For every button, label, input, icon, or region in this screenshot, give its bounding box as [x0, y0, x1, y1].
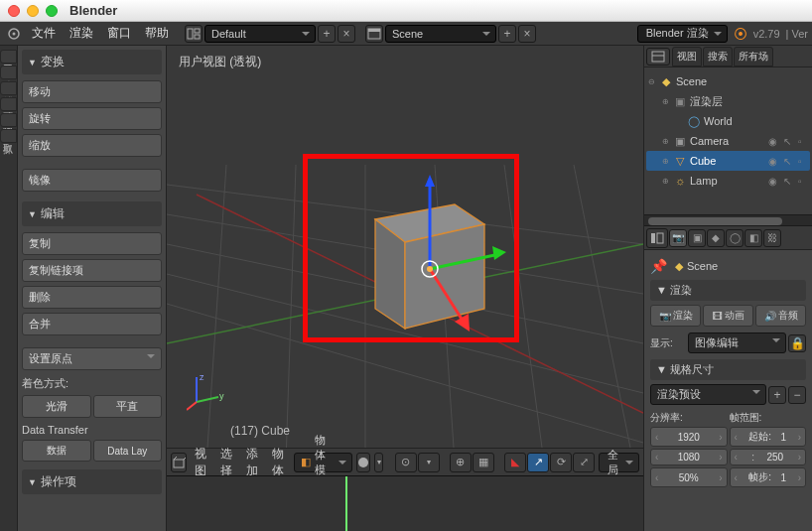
chevron-right-icon[interactable]: ›	[717, 432, 724, 443]
layout-icon[interactable]	[185, 25, 203, 43]
mirror-button[interactable]: 镜像	[22, 169, 162, 192]
shading-dropdown-icon[interactable]: ▾	[374, 453, 383, 472]
panel-edit[interactable]: ▼编辑	[22, 201, 162, 226]
cursor-icon[interactable]: ↖	[783, 176, 795, 187]
duplicate-linked-button[interactable]: 复制链接项	[22, 259, 162, 282]
plus-icon[interactable]: ⊕	[660, 177, 670, 186]
tooltab-relations[interactable]: 关系	[0, 81, 17, 95]
scene-icon[interactable]	[365, 25, 383, 43]
res-pct-field[interactable]: ‹50%›	[650, 467, 728, 487]
plus-icon[interactable]: ⊕	[660, 97, 670, 106]
cursor-icon[interactable]: ↖	[783, 136, 795, 147]
display-dropdown[interactable]: 图像编辑	[688, 332, 786, 353]
tree-camera-row[interactable]: ⊕ ▣ Camera ◉↖▫	[646, 131, 810, 151]
rotate-button[interactable]: 旋转	[22, 107, 162, 130]
mode-dropdown[interactable]: ◧ 物体模式	[294, 453, 353, 472]
delete-layout-button[interactable]: ×	[338, 25, 355, 43]
chevron-left-icon[interactable]: ‹	[653, 432, 660, 443]
orientation-dropdown[interactable]: 全局	[599, 453, 639, 472]
outliner-all-tab[interactable]: 所有场	[734, 47, 773, 66]
ptab-render-icon[interactable]: 📷	[669, 229, 687, 247]
manipulator-rotate-icon[interactable]: ⟳	[550, 453, 572, 472]
outliner-hscroll[interactable]	[644, 214, 812, 226]
delete-button[interactable]: 删除	[22, 286, 162, 309]
chevron-left-icon[interactable]: ‹	[653, 452, 660, 463]
cursor-icon[interactable]: ⊕	[450, 453, 472, 472]
add-preset-button[interactable]: +	[768, 386, 786, 404]
close-window-icon[interactable]	[8, 5, 20, 17]
add-scene-button[interactable]: +	[498, 25, 516, 43]
pivot-icon[interactable]: ⊙	[395, 453, 417, 472]
tree-scene-row[interactable]: ⊖ ◆ Scene	[646, 71, 810, 91]
render-icon[interactable]: ▫	[798, 136, 810, 147]
panel-operators[interactable]: ▼操作项	[22, 469, 162, 494]
chevron-right-icon[interactable]: ›	[796, 472, 803, 483]
outliner-view-tab[interactable]: 视图	[672, 47, 702, 66]
minus-icon[interactable]: ⊖	[646, 77, 656, 86]
outliner-editor-icon[interactable]	[646, 48, 670, 66]
shade-flat-button[interactable]: 平直	[93, 395, 163, 418]
tree-lamp-row[interactable]: ⊕ ☼ Lamp ◉↖▫	[646, 171, 810, 191]
tooltab-animation[interactable]: 动画	[0, 97, 17, 111]
render-audio-button[interactable]: 🔊音频	[755, 305, 806, 327]
tree-world-row[interactable]: ◯ World	[646, 111, 810, 131]
eye-icon[interactable]: ◉	[768, 136, 780, 147]
frame-end-field[interactable]: ‹: 250›	[730, 449, 807, 465]
render-panel[interactable]: ▼ 渲染	[650, 280, 806, 301]
menu-file[interactable]: 文件	[26, 25, 62, 42]
menu-render[interactable]: 渲染	[64, 25, 99, 42]
chevron-left-icon[interactable]: ‹	[653, 472, 660, 483]
editor-type-icon[interactable]	[4, 25, 24, 43]
render-icon[interactable]: ▫	[798, 156, 810, 167]
vp-menu-object[interactable]: 物体	[268, 446, 290, 479]
res-x-field[interactable]: ‹1920›	[650, 427, 728, 447]
manipulator-icon[interactable]: ◣	[504, 453, 526, 472]
eye-icon[interactable]: ◉	[768, 176, 780, 187]
chevron-left-icon[interactable]: ‹	[733, 452, 740, 463]
render-preset-dropdown[interactable]: 渲染预设	[650, 384, 766, 405]
outliner-search-tab[interactable]: 搜索	[703, 47, 733, 66]
join-button[interactable]: 合并	[22, 313, 162, 335]
layers-icon[interactable]: ▦	[473, 453, 494, 472]
set-origin-button[interactable]: 设置原点	[22, 347, 162, 370]
vp-menu-select[interactable]: 选择	[216, 446, 238, 479]
ptab-constraint-icon[interactable]: ⛓	[763, 229, 781, 247]
display-lock-icon[interactable]: 🔒	[788, 334, 806, 352]
plus-icon[interactable]: ⊕	[660, 157, 670, 166]
menu-window[interactable]: 窗口	[101, 25, 137, 42]
render-animation-button[interactable]: 🎞动画	[703, 305, 753, 327]
manipulator-scale-icon[interactable]: ⤢	[573, 453, 595, 472]
tooltab-create[interactable]: 创建	[0, 66, 17, 79]
minimize-window-icon[interactable]	[27, 5, 39, 17]
plus-icon[interactable]: ⊕	[660, 137, 670, 146]
dimensions-panel[interactable]: ▼ 规格尺寸	[650, 359, 806, 380]
ptab-renderlayers-icon[interactable]: ▣	[688, 229, 706, 247]
render-icon[interactable]: ▫	[798, 176, 810, 187]
properties-editor-icon[interactable]	[646, 228, 668, 248]
tooltab-greasepencil[interactable]: 抓取	[0, 129, 17, 143]
pin-icon[interactable]: 📌	[650, 258, 667, 274]
scene-dropdown[interactable]: Scene	[385, 25, 496, 43]
tooltab-physics[interactable]: 物理	[0, 113, 17, 127]
shading-solid-icon[interactable]	[356, 453, 370, 472]
vp-menu-add[interactable]: 添加	[242, 446, 264, 479]
render-image-button[interactable]: 📷渲染	[650, 305, 701, 327]
delete-scene-button[interactable]: ×	[518, 25, 536, 43]
shade-smooth-button[interactable]: 光滑	[22, 395, 91, 418]
timeline-editor[interactable]	[167, 475, 643, 531]
frame-start-field[interactable]: ‹起始:1›	[730, 427, 807, 447]
manipulator-translate-icon[interactable]: ↗	[527, 453, 549, 472]
menu-help[interactable]: 帮助	[139, 25, 175, 42]
data-button[interactable]: 数据	[22, 440, 91, 462]
pivot-dropdown-icon[interactable]: ▾	[418, 453, 440, 472]
ptab-world-icon[interactable]: ◯	[726, 229, 744, 247]
res-y-field[interactable]: ‹1080›	[650, 449, 728, 465]
eye-icon[interactable]: ◉	[768, 156, 780, 167]
editor-type-3dview-icon[interactable]	[171, 453, 187, 472]
chevron-right-icon[interactable]: ›	[796, 432, 803, 443]
move-button[interactable]: 移动	[22, 80, 162, 103]
playhead[interactable]	[345, 476, 347, 531]
tree-renderlayers-row[interactable]: ⊕ ▣ 渲染层	[646, 91, 810, 111]
add-layout-button[interactable]: +	[318, 25, 336, 43]
zoom-window-icon[interactable]	[46, 5, 58, 17]
